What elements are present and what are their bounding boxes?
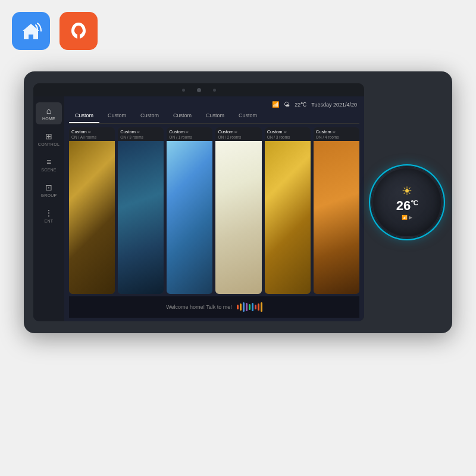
scene-image-6 — [314, 141, 359, 294]
round-display: ☀ 26℃ 📶 ▶ — [371, 167, 443, 238]
tab-4[interactable]: Custom — [167, 111, 198, 121]
sidebar-item-ent[interactable]: ⋮ ENT — [36, 205, 62, 227]
main-content: 📶 🌤 22℃ Tuesday 2021/4/20 Custom Custom — [64, 96, 364, 321]
sidebar-item-scene[interactable]: ≡ SCENE — [36, 154, 62, 176]
scene-card-header-1: Custom ✏ ON / All rooms — [69, 127, 115, 141]
wave-bar-8 — [261, 302, 262, 312]
sidebar-group-label: GROUP — [40, 193, 57, 198]
sidebar-item-control[interactable]: ⊞ CONTROL — [36, 128, 62, 150]
scene-sub-2: ON / 3 rooms — [120, 135, 161, 139]
tuya-logo[interactable] — [60, 12, 98, 50]
tab-6[interactable]: Custom — [233, 111, 263, 121]
scene-title-2: Custom ✏ — [120, 129, 161, 134]
scene-image-5 — [265, 141, 311, 294]
wave-bar-2 — [243, 302, 245, 312]
scene-title-6: Custom ✏ — [316, 129, 357, 134]
scene-card-header-6: Custom ✏ ON / 4 rooms — [314, 127, 359, 141]
round-temperature: 26℃ — [396, 199, 418, 212]
sidebar-home-label: HOME — [42, 117, 55, 121]
screen-area: ⌂ HOME ⊞ CONTROL ≡ SCENE ⊡ GROUP — [33, 83, 364, 321]
tab-1[interactable]: Custom — [69, 111, 99, 121]
scene-sub-1: ON / All rooms — [71, 135, 112, 139]
scene-sub-6: ON / 4 rooms — [316, 135, 357, 139]
control-icon: ⊞ — [45, 131, 52, 141]
group-icon: ⊡ — [45, 183, 52, 192]
camera-bar — [33, 83, 364, 96]
edit-icon-3: ✏ — [186, 130, 189, 134]
weather-icon: 🌤 — [284, 101, 290, 108]
scene-title-5: Custom ✏ — [267, 129, 308, 134]
wave-bar-0 — [237, 305, 239, 309]
wifi-icon: 📶 — [272, 101, 279, 108]
scene-image-2 — [118, 141, 164, 294]
camera-dot-right — [213, 89, 216, 92]
wave-bar-5 — [252, 303, 253, 311]
scene-sub-3: ON / 1 rooms — [169, 135, 210, 139]
date-display: Tuesday 2021/4/20 — [311, 102, 357, 108]
ent-icon: ⋮ — [45, 208, 53, 218]
scene-card-2[interactable]: Custom ✏ ON / 3 rooms — [118, 127, 164, 294]
wave-bar-6 — [255, 305, 256, 309]
sidebar-item-home[interactable]: ⌂ HOME — [36, 102, 62, 124]
scene-image-3 — [167, 141, 212, 294]
sun-icon: ☀ — [402, 185, 412, 197]
scene-image-4 — [215, 141, 261, 294]
status-bar: 📶 🌤 22℃ Tuesday 2021/4/20 — [69, 100, 359, 109]
home-icon: ⌂ — [46, 106, 51, 115]
wave-bar-4 — [249, 304, 250, 310]
tab-5[interactable]: Custom — [200, 111, 230, 121]
scene-title-3: Custom ✏ — [169, 129, 210, 134]
top-logos — [12, 12, 98, 50]
sidebar-control-label: CONTROL — [38, 142, 60, 146]
scene-card-header-2: Custom ✏ ON / 3 rooms — [118, 127, 164, 141]
scene-grid: Custom ✏ ON / All rooms Custom ✏ ON / 3 … — [69, 127, 359, 294]
wave-bar-7 — [258, 303, 259, 311]
smart-home-logo[interactable] — [12, 12, 50, 50]
scene-sub-5: ON / 3 rooms — [267, 135, 308, 139]
tab-2[interactable]: Custom — [102, 111, 132, 121]
welcome-text: Welcome home! Talk to me! — [166, 304, 232, 310]
edit-icon-4: ✏ — [234, 130, 237, 134]
edit-icon-1: ✏ — [88, 130, 91, 134]
scene-card-header-4: Custom ✏ ON / 2 rooms — [215, 127, 261, 141]
tab-3[interactable]: Custom — [134, 111, 165, 121]
scene-sub-4: ON / 2 rooms — [218, 135, 259, 139]
device-container: ⌂ HOME ⊞ CONTROL ≡ SCENE ⊡ GROUP — [24, 71, 452, 333]
scene-card-4[interactable]: Custom ✏ ON / 2 rooms — [215, 127, 261, 294]
camera-dot-left — [182, 89, 185, 92]
tabs-row: Custom Custom Custom Custom Custom — [69, 111, 359, 124]
scene-card-header-5: Custom ✏ ON / 3 rooms — [265, 127, 311, 141]
wave-bar-3 — [246, 303, 248, 311]
camera-dot-main — [197, 88, 201, 92]
sidebar-item-group[interactable]: ⊡ GROUP — [36, 179, 62, 201]
scene-card-3[interactable]: Custom ✏ ON / 1 rooms — [167, 127, 212, 294]
scene-title-4: Custom ✏ — [218, 129, 259, 134]
bottom-bar: Welcome home! Talk to me! — [69, 296, 359, 318]
edit-icon-6: ✏ — [333, 130, 336, 134]
scene-card-5[interactable]: Custom ✏ ON / 3 rooms — [265, 127, 311, 294]
sidebar-ent-label: ENT — [45, 219, 54, 223]
page-wrapper: ⌂ HOME ⊞ CONTROL ≡ SCENE ⊡ GROUP — [0, 0, 476, 476]
scene-card-1[interactable]: Custom ✏ ON / All rooms — [69, 127, 115, 294]
wave-bar-1 — [240, 303, 242, 311]
sidebar-scene-label: SCENE — [41, 168, 57, 172]
scene-image-1 — [69, 141, 115, 294]
scene-card-header-3: Custom ✏ ON / 1 rooms — [167, 127, 212, 141]
siri-wave — [237, 302, 262, 312]
screen-inner: ⌂ HOME ⊞ CONTROL ≡ SCENE ⊡ GROUP — [33, 96, 364, 321]
edit-icon-5: ✏ — [284, 130, 287, 134]
scene-card-6[interactable]: Custom ✏ ON / 4 rooms — [314, 127, 359, 294]
temperature-display: 22℃ — [295, 102, 306, 108]
scene-title-1: Custom ✏ — [71, 129, 112, 134]
round-sub: 📶 ▶ — [402, 215, 412, 220]
scene-icon: ≡ — [46, 157, 51, 167]
edit-icon-2: ✏ — [137, 130, 140, 134]
sidebar: ⌂ HOME ⊞ CONTROL ≡ SCENE ⊡ GROUP — [33, 96, 64, 321]
